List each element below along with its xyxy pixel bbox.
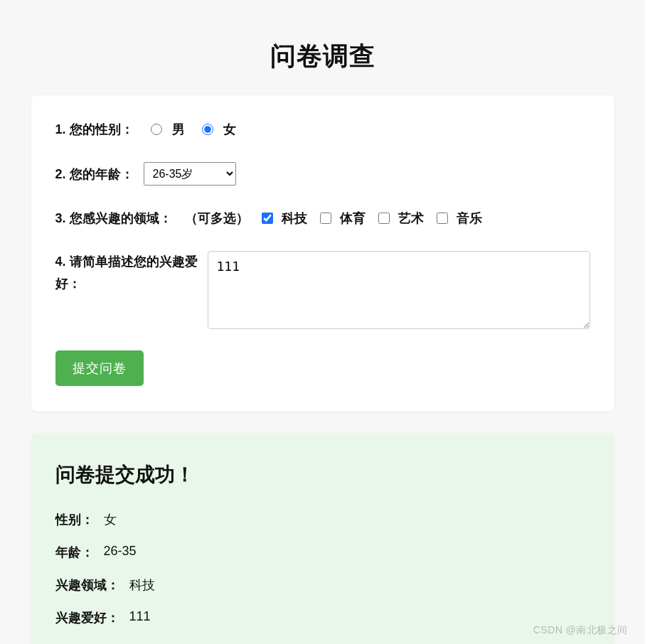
- field-option-art: 艺术: [378, 210, 424, 227]
- result-hobby-value: 111: [129, 609, 151, 626]
- hobby-label: 4. 请简单描述您的兴趣爱好：: [55, 251, 198, 294]
- field-option-music: 音乐: [437, 210, 482, 227]
- watermark: CSDN @南北极之间: [533, 624, 628, 637]
- gender-label: 1. 您的性别：: [55, 121, 134, 138]
- result-row-field: 兴趣领域： 科技: [55, 576, 590, 594]
- question-gender: 1. 您的性别： 男 女: [55, 121, 590, 138]
- result-gender-label: 性别：: [55, 511, 94, 528]
- result-hobby-label: 兴趣爱好：: [55, 609, 119, 626]
- survey-form-card: 1. 您的性别： 男 女 2. 您的年龄： 26-35岁 3. 您感兴趣的领域：…: [31, 95, 614, 412]
- result-age-label: 年龄：: [55, 544, 94, 561]
- field-tech-text: 科技: [282, 210, 307, 227]
- question-field: 3. 您感兴趣的领域： （可多选） 科技 体育 艺术 音乐: [55, 210, 590, 227]
- field-label: 3. 您感兴趣的领域：: [55, 210, 172, 227]
- field-option-tech: 科技: [262, 210, 307, 227]
- gender-option-female: 女: [202, 121, 236, 138]
- result-age-value: 26-35: [104, 544, 137, 561]
- result-row-age: 年龄： 26-35: [55, 544, 590, 561]
- hobby-textarea[interactable]: [208, 251, 590, 329]
- field-checkbox-music[interactable]: [437, 213, 448, 224]
- field-checkbox-sport[interactable]: [320, 213, 331, 224]
- question-age: 2. 您的年龄： 26-35岁: [55, 162, 590, 186]
- submit-button[interactable]: 提交问卷: [55, 350, 144, 386]
- gender-radio-male[interactable]: [151, 124, 162, 135]
- field-option-sport: 体育: [320, 210, 366, 227]
- question-hobby: 4. 请简单描述您的兴趣爱好：: [55, 251, 590, 329]
- field-checkbox-tech[interactable]: [262, 213, 273, 224]
- result-row-hobby: 兴趣爱好： 111: [55, 609, 590, 626]
- result-row-gender: 性别： 女: [55, 511, 590, 528]
- result-field-value: 科技: [129, 576, 155, 594]
- gender-option-male: 男: [151, 121, 185, 138]
- gender-male-text: 男: [172, 121, 185, 138]
- page-title: 问卷调查: [0, 0, 645, 95]
- field-hint: （可多选）: [185, 210, 249, 227]
- field-checkbox-art[interactable]: [378, 213, 390, 224]
- age-label: 2. 您的年龄：: [55, 166, 134, 183]
- result-field-label: 兴趣领域：: [55, 576, 119, 594]
- field-music-text: 音乐: [457, 210, 482, 227]
- gender-radio-female[interactable]: [202, 124, 213, 135]
- field-sport-text: 体育: [340, 210, 366, 227]
- gender-female-text: 女: [223, 121, 236, 138]
- result-title: 问卷提交成功！: [55, 461, 590, 488]
- field-art-text: 艺术: [398, 210, 424, 227]
- result-card: 问卷提交成功！ 性别： 女 年龄： 26-35 兴趣领域： 科技 兴趣爱好： 1…: [31, 433, 614, 644]
- result-gender-value: 女: [104, 511, 117, 528]
- age-select[interactable]: 26-35岁: [144, 162, 236, 186]
